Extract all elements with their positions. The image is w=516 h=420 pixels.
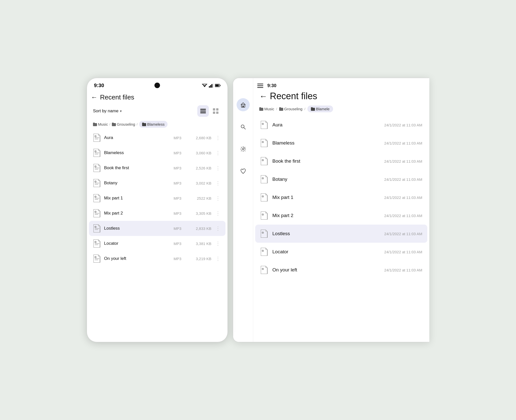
file-icon <box>260 266 268 274</box>
sidebar-item-search[interactable] <box>237 120 250 133</box>
svg-line-27 <box>95 166 96 167</box>
table-row[interactable]: Mix part 1 24/1/2022 at 11:03 AM <box>255 188 427 206</box>
more-options-button[interactable]: ⋮ <box>214 150 221 156</box>
more-options-button[interactable]: ⋮ <box>214 195 221 201</box>
table-row[interactable]: Lostless 24/1/2022 at 11:03 AM <box>255 225 427 243</box>
table-row[interactable]: On your left 24/1/2022 at 11:03 AM <box>255 261 427 279</box>
file-icon <box>260 121 268 129</box>
file-name: Mix part 1 <box>272 195 380 200</box>
list-icon <box>200 109 206 113</box>
svg-rect-40 <box>95 228 99 229</box>
table-row[interactable]: Botany MP3 3,002 KB ⋮ <box>89 176 225 191</box>
svg-line-70 <box>263 196 263 197</box>
sort-button[interactable]: Sort by name ▾ <box>93 109 122 114</box>
file-icon <box>93 239 101 248</box>
more-options-button[interactable]: ⋮ <box>214 225 221 231</box>
file-name: Aura <box>272 122 380 128</box>
file-icon <box>260 175 268 183</box>
tablet-breadcrumb-music[interactable]: Music <box>259 107 274 111</box>
battery-icon <box>215 84 220 87</box>
file-name: Mix part 1 <box>104 196 171 201</box>
tablet-file-list: Aura 24/1/2022 at 11:03 AM Blameless 24/… <box>253 116 429 279</box>
tablet-breadcrumb-blamele[interactable]: Blamele <box>307 106 333 112</box>
svg-rect-12 <box>213 108 215 111</box>
svg-line-47 <box>95 242 96 242</box>
breadcrumb: Music / Grouseling / Blameless <box>87 118 228 130</box>
svg-rect-8 <box>220 85 221 86</box>
tablet-back-button[interactable]: ← <box>259 92 267 101</box>
table-row[interactable]: On your left MP3 3,219 KB ⋮ <box>89 251 225 266</box>
table-row[interactable]: Locator MP3 3,381 KB ⋮ <box>89 236 225 251</box>
table-row[interactable]: Mix part 2 MP3 3,305 KB ⋮ <box>89 206 225 221</box>
svg-line-74 <box>263 232 263 233</box>
svg-line-72 <box>263 214 263 215</box>
table-row[interactable]: Blameless 24/1/2022 at 11:03 AM <box>255 134 427 152</box>
table-row[interactable]: Book the first 24/1/2022 at 11:03 AM <box>255 152 427 170</box>
folder-icon <box>259 107 263 111</box>
svg-line-55 <box>244 128 245 129</box>
file-size: 3,002 KB <box>189 181 211 185</box>
svg-line-43 <box>95 227 96 227</box>
table-row[interactable]: Book the first MP3 2,526 KB ⋮ <box>89 160 225 176</box>
table-row[interactable]: Blameless MP3 3,060 KB ⋮ <box>89 145 225 160</box>
file-icon <box>93 179 101 187</box>
svg-rect-20 <box>95 153 99 153</box>
more-options-button[interactable]: ⋮ <box>214 256 221 262</box>
more-options-button[interactable]: ⋮ <box>214 165 221 171</box>
table-row[interactable]: Aura MP3 2,680 KB ⋮ <box>89 130 225 145</box>
signal-icon <box>209 84 213 88</box>
tablet-content: 9:30 ← Recent files Music / Grouseling / <box>253 78 429 342</box>
svg-marker-1 <box>202 84 207 86</box>
table-row[interactable]: Aura 24/1/2022 at 11:03 AM <box>255 116 427 134</box>
file-size: 2,680 KB <box>189 136 211 140</box>
table-row[interactable]: Mix part 1 MP3 2522 KB ⋮ <box>89 191 225 206</box>
file-date: 24/1/2022 at 11:03 AM <box>384 159 422 163</box>
file-icon <box>93 224 101 232</box>
svg-line-76 <box>263 251 263 251</box>
svg-rect-5 <box>213 84 213 88</box>
table-row[interactable]: Botany 24/1/2022 at 11:03 AM <box>255 170 427 188</box>
breadcrumb-blameless[interactable]: Blameless <box>139 121 168 128</box>
table-row[interactable]: Mix part 2 24/1/2022 at 11:03 AM <box>255 206 427 225</box>
svg-line-62 <box>263 124 263 124</box>
folder-icon <box>142 123 146 126</box>
tablet-sidebar <box>233 78 253 342</box>
file-size: 2,526 KB <box>189 166 211 170</box>
search-icon <box>240 124 246 130</box>
svg-rect-3 <box>210 85 211 88</box>
grid-view-button[interactable] <box>210 105 221 117</box>
file-date: 24/1/2022 at 11:03 AM <box>384 268 422 272</box>
file-icon <box>260 139 268 147</box>
sidebar-item-favorites[interactable] <box>237 165 250 178</box>
svg-line-39 <box>95 212 96 212</box>
file-name: Locator <box>104 241 171 246</box>
wifi-icon <box>202 84 207 88</box>
menu-icon[interactable] <box>253 84 267 88</box>
file-icon <box>260 193 268 201</box>
file-icon <box>93 164 101 172</box>
chevron-down-icon: ▾ <box>120 109 122 113</box>
breadcrumb-grouseling[interactable]: Grouseling <box>112 122 135 126</box>
more-options-button[interactable]: ⋮ <box>214 210 221 216</box>
svg-rect-44 <box>95 243 99 244</box>
file-icon <box>260 157 268 165</box>
tablet-breadcrumb-sep-2: / <box>304 107 305 111</box>
list-view-button[interactable] <box>197 105 209 117</box>
sidebar-item-home[interactable] <box>237 98 250 111</box>
breadcrumb-music[interactable]: Music <box>93 122 108 126</box>
tablet-breadcrumb-grouseling[interactable]: Grouseling <box>279 107 303 111</box>
more-options-button[interactable]: ⋮ <box>214 180 221 186</box>
file-icon <box>260 212 268 220</box>
back-button[interactable]: ← <box>91 93 98 101</box>
table-row[interactable]: Locator 24/1/2022 at 11:03 AM <box>255 243 427 261</box>
more-options-button[interactable]: ⋮ <box>214 240 221 247</box>
file-name: Lostless <box>272 231 380 236</box>
tablet-status-time: 9:30 <box>267 83 276 88</box>
table-row[interactable]: Lostless MP3 2,833 KB ⋮ <box>89 221 225 236</box>
tablet-breadcrumb-sep-1: / <box>276 107 277 111</box>
svg-rect-15 <box>216 112 218 114</box>
more-options-button[interactable]: ⋮ <box>214 135 221 141</box>
svg-line-64 <box>263 142 263 142</box>
file-date: 24/1/2022 at 11:03 AM <box>384 250 422 254</box>
sidebar-item-settings[interactable] <box>237 143 250 156</box>
